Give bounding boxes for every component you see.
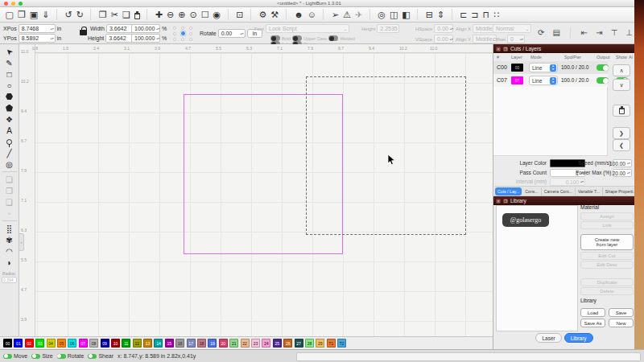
distribute-v-icon[interactable]: ⇕ (437, 7, 444, 22)
users-icon[interactable]: ☻ (294, 7, 303, 22)
rectangle-tool[interactable]: □ (2, 68, 18, 80)
palette-swatch-22[interactable]: 22 (241, 339, 250, 348)
close-library-icon[interactable]: ✕ (496, 199, 501, 204)
palette-swatch-14[interactable]: 14 (154, 339, 163, 348)
position-icon[interactable]: ◫ (390, 7, 398, 22)
status-toggle-size[interactable]: Size (31, 353, 53, 359)
distribute-h-icon[interactable]: ⊟ (426, 7, 433, 22)
minimize-window-button[interactable] (11, 2, 15, 6)
palette-swatch-24[interactable]: 24 (262, 339, 270, 348)
move-layer-up-button[interactable]: ∧ (613, 64, 630, 76)
anchor-dot-8[interactable] (189, 38, 192, 41)
palette-swatch-18[interactable]: 18 (197, 339, 206, 348)
bottom-tab-laser[interactable]: Laser (535, 333, 561, 343)
palette-swatch-13[interactable]: 13 (143, 339, 152, 348)
align-right-icon[interactable]: ⊐ (471, 7, 478, 22)
anchor-dot-4[interactable] (180, 31, 186, 36)
tab-cuts-lay-[interactable]: Cuts / Lay... (495, 187, 522, 195)
lock-aspect-icon[interactable] (80, 30, 87, 35)
palette-swatch-02[interactable]: 02 (25, 339, 34, 348)
palette-swatch-11[interactable]: 11 (122, 339, 130, 348)
open-file-icon[interactable]: ❒ (18, 7, 26, 22)
boolean-union-tool[interactable]: ❐ (2, 185, 18, 196)
radius-field[interactable]: 0.394 (2, 277, 17, 283)
align-v-top-icon[interactable]: ⊤ (611, 23, 618, 43)
palette-swatch-T1[interactable]: T1 (327, 339, 336, 348)
draw-line-tool[interactable]: ✎ (2, 57, 18, 68)
palette-swatch-05[interactable]: 05 (57, 339, 66, 348)
palette-swatch-03[interactable]: 03 (35, 339, 44, 348)
layer-output-toggle[interactable] (597, 77, 609, 84)
status-toggle-shear[interactable]: Shear (88, 353, 114, 359)
font-family-dropdown[interactable]: Lock Script⌄ (266, 24, 349, 33)
edit-desc-button[interactable]: Edit Desc (580, 261, 634, 269)
palette-swatch-17[interactable]: 17 (187, 339, 196, 348)
palette-swatch-27[interactable]: 27 (295, 339, 303, 348)
palette-swatch-08[interactable]: 08 (89, 339, 98, 348)
selection-dashed-rectangle[interactable] (306, 76, 466, 235)
xpos-stepper[interactable]: ▴▾ (51, 27, 54, 30)
palette-swatch-20[interactable]: 20 (219, 339, 228, 348)
palette-swatch-21[interactable]: 21 (229, 339, 238, 348)
delete-button[interactable]: Delete (580, 287, 634, 295)
circular-array-tool[interactable]: ✾ (2, 234, 18, 245)
boolean-intersect-tool[interactable]: ▫ (2, 208, 18, 219)
mode-stepper-icon[interactable]: ▲▼ (550, 64, 556, 72)
interval-field[interactable]: 0.100▴▾ (550, 178, 585, 186)
import-icon[interactable]: ⇓ (42, 7, 49, 22)
duplicate-button[interactable]: Duplicate (580, 278, 634, 286)
preview-icon[interactable]: ⊡ (236, 7, 243, 22)
sync-icon[interactable]: ⟳ (538, 23, 544, 43)
cut-icon[interactable]: ✂ (111, 7, 118, 22)
palette-swatch-29[interactable]: 29 (316, 339, 324, 348)
zoom-in-icon[interactable]: ⊕ (178, 7, 185, 22)
palette-swatch-00[interactable]: 00 (3, 339, 12, 348)
mode-stepper-icon[interactable]: ▲▼ (550, 77, 556, 84)
load-button[interactable]: Load (580, 308, 605, 317)
library-item[interactable]: @golasergo (502, 213, 549, 227)
xpos-field[interactable]: 8.7468▴▾ (19, 24, 56, 33)
delete-icon[interactable] (134, 7, 140, 22)
print-icon[interactable]: ▤ (552, 23, 559, 43)
device-tools-icon[interactable]: ⚒ (270, 7, 279, 22)
align-left-icon[interactable]: ⊏ (460, 7, 467, 22)
delete-layer-button[interactable] (613, 105, 630, 117)
layer-row[interactable]: C0707Line▲▼100.0 / 20.0 (493, 74, 608, 87)
offset-tool[interactable]: ◎ (2, 158, 18, 170)
font-toggle-welded[interactable]: Welded (328, 35, 355, 42)
palette-swatch-23[interactable]: 23 (251, 339, 260, 348)
settings-gear-icon[interactable]: ⚙ (258, 7, 266, 22)
select-tool[interactable]: ➤ (2, 46, 18, 57)
layer-color-chip[interactable]: 07 (511, 76, 523, 84)
dock-library-icon[interactable]: ❐ (503, 199, 508, 204)
dock-panel-icon[interactable]: ❐ (503, 47, 508, 51)
assign-button[interactable]: Assign (580, 212, 634, 220)
layer-color-chip[interactable]: 00 (511, 64, 523, 72)
palette-swatch-25[interactable]: 25 (273, 339, 282, 348)
ypos-field[interactable]: 8.5892▴▾ (19, 34, 56, 43)
send-icon[interactable]: ➢ (332, 7, 339, 22)
close-panel-icon[interactable]: ✕ (496, 47, 501, 51)
layer-row[interactable]: C0000Line▲▼100.0 / 20.0 (493, 61, 608, 74)
close-window-button[interactable] (4, 2, 8, 6)
edit-nodes-tool[interactable]: ❖ (2, 113, 18, 125)
anchor-dot-0[interactable] (173, 27, 176, 30)
anchor-dot-7[interactable] (181, 38, 184, 41)
frame-selection-icon[interactable]: ☐ (201, 7, 209, 22)
anchor-point-selector[interactable] (171, 26, 195, 42)
anchor-dot-2[interactable] (189, 27, 192, 30)
redo-icon[interactable]: ↻ (76, 7, 84, 22)
ellipse-tool[interactable]: ○ (2, 80, 18, 91)
align-v-bottom-icon[interactable]: ⊥ (625, 23, 633, 43)
palette-swatch-19[interactable]: 19 (208, 339, 217, 348)
boolean-subtract-tool[interactable]: ❑ (2, 196, 18, 208)
move-layer-down-button[interactable]: ∨ (613, 79, 630, 91)
save-button[interactable]: Save (609, 308, 634, 317)
palette-swatch-09[interactable]: 09 (101, 339, 109, 348)
grid-array-tool[interactable]: ⣿ (2, 223, 18, 234)
new-button[interactable]: New (609, 319, 634, 327)
palette-swatch-T2[interactable]: T2 (337, 339, 346, 348)
palette-swatch-28[interactable]: 28 (305, 339, 314, 348)
polygon-tool[interactable] (2, 91, 18, 102)
workspace-canvas[interactable] (35, 53, 493, 336)
